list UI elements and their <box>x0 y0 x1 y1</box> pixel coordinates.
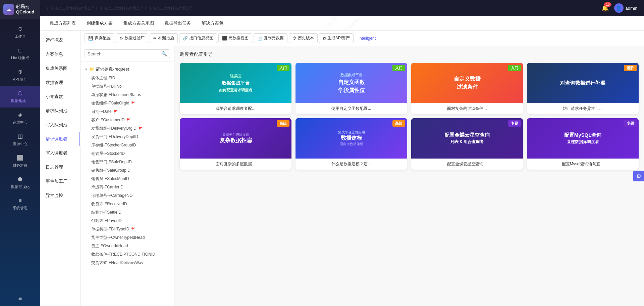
tree-item[interactable]: 运输单号-FCarriageNO <box>80 191 174 200</box>
card-inner-text-2: 数据集成平台 自定义函数学段属性值 <box>338 72 365 94</box>
resources-icon: ◫ <box>18 133 23 139</box>
tree-item[interactable]: 单据编号-FBillNo <box>80 82 174 91</box>
tree-item-label: 运输单号-FCarriageNO <box>91 193 132 199</box>
card-image-6: 集成平台进阶应用 数据建模 面向大数据建模 高级 <box>296 118 407 159</box>
sidebar-item-system[interactable]: ≡ 系统管理 <box>0 193 40 215</box>
search-input[interactable] <box>88 51 161 56</box>
content-wrapper: 广东轻亿云软件科技有限公司 广东轻亿云软件科技有限公司 集成方案列表 创建集成方… <box>40 16 644 306</box>
sidebar-item-label: 系统管理 <box>13 206 28 211</box>
card-image-4: 对查询数据进行补漏 进阶 <box>527 63 639 103</box>
second-nav-request-moderator[interactable]: 请求调度者 <box>40 132 80 146</box>
workspace-icon: ⊙ <box>18 26 22 32</box>
system-icon: ≡ <box>18 198 21 204</box>
sidebar-item-visualization[interactable]: ⬟ 数据可视化 <box>0 172 40 193</box>
second-nav-integration-map[interactable]: 集成关系图 <box>40 61 80 76</box>
top-nav-data-export[interactable]: 数据导出任务 <box>159 16 196 30</box>
tree-item[interactable]: 货主-FOwnerIdHead <box>80 242 174 250</box>
tree-item[interactable]: 交货方式-FHeadDeliveryWav <box>80 259 174 267</box>
card-image-2: 数据集成平台 自定义函数学段属性值 入门 <box>296 63 407 103</box>
tree-item[interactable]: 收款条件-FRECEIPTCONDITIONID <box>80 250 174 259</box>
top-nav-integration-list[interactable]: 集成方案列表 <box>44 16 81 30</box>
guide-card-4[interactable]: 对查询数据进行补漏 进阶 防止请求任务异常，... <box>527 63 639 114</box>
search-input-wrap[interactable]: 🔍 <box>85 49 170 58</box>
tree-item[interactable]: 收货方-FReceiverID <box>80 200 174 208</box>
card-badge-4: 进阶 <box>624 65 637 71</box>
save-config-button[interactable]: 💾 保存配置 <box>85 33 114 43</box>
sidebar-item-api[interactable]: ⊕ API 资产 <box>0 64 40 86</box>
tree-item[interactable]: 库存组-FStockerGroupID <box>80 141 174 149</box>
tree-item[interactable]: 单据类型-FBillTypeID 🚩 <box>80 225 174 233</box>
second-nav-write-moderator[interactable]: 写入调度者 <box>40 146 80 160</box>
guide-card-8[interactable]: 配置MySQL查询直连数据库调度者 专题 配置Mysql查询语句直... <box>527 118 639 170</box>
top-nav-create-plan[interactable]: 创建集成方案 <box>81 16 118 30</box>
second-nav-data-management[interactable]: 数据管理 <box>40 76 80 90</box>
gen-api-icon: ✿ <box>323 36 326 41</box>
second-nav-run-overview[interactable]: 运行概况 <box>40 33 80 47</box>
top-nav-solution-package[interactable]: 解决方案包 <box>196 16 229 30</box>
hamburger-icon[interactable]: ≡ <box>18 295 22 302</box>
tree-item[interactable]: 销售员-FSalesManID <box>80 175 174 183</box>
guide-card-2[interactable]: 数据集成平台 自定义函数学段属性值 入门 使用自定义函数配置... <box>296 63 407 114</box>
guide-card-5[interactable]: 集成平台进阶应用 复杂数据拍扁 高级 面对复杂的多层数据... <box>180 118 291 170</box>
guide-card-6[interactable]: 集成平台进阶应用 数据建模 面向大数据建模 高级 什么是数据建模？建... <box>296 118 407 170</box>
sidebar-item-label: 财务对账 <box>13 163 28 168</box>
interface-view-button[interactable]: 🔗 接口信息视图 <box>179 33 217 43</box>
second-nav-exception-monitor[interactable]: 异常监控 <box>40 188 80 203</box>
tree-item[interactable]: 付款方-FPayerID <box>80 217 174 225</box>
notification-count: 10 <box>604 2 611 7</box>
gen-api-button[interactable]: ✿ 生成API资产 <box>319 33 354 43</box>
second-nav-plan-info[interactable]: 方案信息 <box>40 47 80 61</box>
settings-float-button[interactable]: ⚙ <box>633 171 644 181</box>
card-badge-8: 专题 <box>624 120 637 127</box>
sidebar-item-workspace[interactable]: ⊙ 工作台 <box>0 21 40 43</box>
sidebar-item-label: 运维中心 <box>13 120 28 125</box>
tree-root[interactable]: ▼ 📁 请求参数-request <box>80 64 174 74</box>
admin-menu[interactable]: 👤 admin <box>614 3 637 13</box>
chevron-icon: ▼ <box>85 68 88 71</box>
tree-item[interactable]: 日期-FDate 🚩 <box>80 107 174 116</box>
guide-card-1[interactable]: 轻易云 数据集成平台 如何配置请求调度者 入门 源平台请求调度者配... <box>180 63 291 114</box>
tree-item[interactable]: 实体主键-FID <box>80 74 174 82</box>
second-nav-event-factory[interactable]: 事件加工厂 <box>40 174 80 188</box>
history-button[interactable]: ⏱ 历史版本 <box>289 33 318 43</box>
sidebar-item-resources[interactable]: ◫ 资源中心 <box>0 129 40 150</box>
tree-item[interactable]: 销售部门-FSaleDeptID <box>80 158 174 166</box>
sidebar-item-data-integration[interactable]: ⬡ 数据集成... <box>0 86 40 107</box>
repair-button[interactable]: ✏ 补漏措施 <box>150 33 178 43</box>
tree-item[interactable]: 承运商-FCarrierID <box>80 183 174 191</box>
main-area: 广东轻亿云软件科技有限公司 广东轻亿云软件科技有限公司 广东轻亿云软件科技有限公… <box>40 0 644 306</box>
guide-card-7[interactable]: 配置金蝶云星空查询列表 & 组合查询者 专题 配置金蝶云星空查询... <box>411 118 523 170</box>
bell-button[interactable]: 🔔 10 <box>601 4 609 12</box>
tree-item[interactable]: 结算方-FSettleID <box>80 208 174 217</box>
sidebar-nav: ⊙ 工作台 ◻ Lite 轻集成 ⊕ API 资产 ⬡ 数据集成... ◈ 运维… <box>0 19 40 291</box>
second-nav-request-queue[interactable]: 请求队列池 <box>40 104 80 118</box>
tree-item[interactable]: 销售组-FSaleGroupID <box>80 166 174 175</box>
tree-item[interactable]: 发货部门-FDeliveryDeptID <box>80 133 174 141</box>
second-nav-log-management[interactable]: 日志管理 <box>40 160 80 174</box>
tree-item[interactable]: 客户-FCustomerID 🚩 <box>80 116 174 124</box>
data-filter-button[interactable]: ⚙ 数据过滤厂 <box>116 33 148 43</box>
tree-item[interactable]: 发货组织-FDeliveryOrgID 🚩 <box>80 124 174 133</box>
guide-card-3[interactable]: 自定义数据过滤条件 入门 面对复杂的过滤条件... <box>411 63 523 114</box>
top-nav-integration-map[interactable]: 集成方案关系图 <box>118 16 159 30</box>
sidebar-item-finance[interactable]: ⬜ 财务对账 <box>0 150 40 172</box>
tree-item-label: 发货组织-FDeliveryOrgID <box>91 126 137 131</box>
search-icon: 🔍 <box>161 51 167 56</box>
second-nav-small-queries[interactable]: 小青查数 <box>40 90 80 104</box>
meta-view-button[interactable]: ⬛ 元数据视图 <box>218 33 252 43</box>
intelligent-button[interactable]: intelligent <box>355 34 379 43</box>
second-nav-write-queue[interactable]: 写入队列池 <box>40 118 80 132</box>
logo[interactable]: ☁ 轻易云QCcloud <box>0 0 40 19</box>
tree-item-label: 货主类型-FOwnerTypeIdHead <box>91 235 145 241</box>
card-image-7: 配置金蝶云星空查询列表 & 组合查询者 专题 <box>411 118 523 159</box>
tree-item[interactable]: 单据状态-FDocumentStatus <box>80 91 174 99</box>
history-icon: ⏱ <box>292 36 297 41</box>
panel-body: 🔍 ▼ 📁 请求参数-request <box>80 46 644 306</box>
sidebar-item-ops[interactable]: ◈ 运维中心 <box>0 107 40 129</box>
card-badge-7: 专题 <box>508 120 521 127</box>
tree-item[interactable]: 货主类型-FOwnerTypeIdHead <box>80 233 174 242</box>
sidebar-item-lite[interactable]: ◻ Lite 轻集成 <box>0 43 40 64</box>
tree-item[interactable]: 仓管员-FStockerID <box>80 149 174 158</box>
copy-meta-button[interactable]: 📄 复制元数据 <box>254 33 287 43</box>
tree-item[interactable]: 销售组织-FSaleOrgId 🚩 <box>80 99 174 107</box>
